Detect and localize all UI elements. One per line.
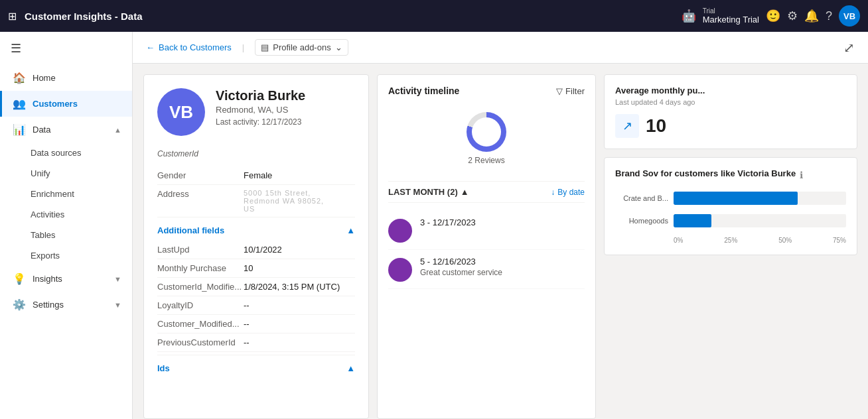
bell-icon[interactable]: 🔔: [804, 9, 819, 23]
sidebar: ☰ 🏠 Home 👥 Customers 📊 Data ▲ Data sourc…: [0, 32, 133, 419]
field-key: Monthly Purchase: [157, 263, 244, 273]
timeline-item-1: 3 - 12/17/2023: [388, 211, 585, 250]
sidebar-item-settings[interactable]: ⚙️ Settings ▼: [0, 292, 132, 318]
profile-info: Victoria Burke Redmond, WA, US Last acti…: [216, 88, 305, 127]
profile-row-address: Address 5000 15th Street,Redmond WA 9805…: [157, 185, 355, 217]
additional-field-loyaltyid: LoyaltyID --: [157, 296, 355, 315]
timeline-period-button[interactable]: LAST MONTH (2) ▲: [388, 187, 469, 197]
ids-toggle[interactable]: Ids ▲: [157, 355, 355, 379]
chevron-up-icon: ▲: [114, 126, 121, 134]
sidebar-item-label: Settings: [33, 300, 64, 310]
sidebar-item-label: Data: [33, 125, 50, 135]
expand-icon[interactable]: ⤢: [843, 40, 855, 56]
axis-label-25: 25%: [724, 237, 737, 244]
sidebar-item-enrichment[interactable]: Enrichment: [0, 184, 132, 204]
sort-icon: ↓: [551, 188, 555, 197]
insights-icon: 💡: [13, 272, 26, 285]
profile-addons-button[interactable]: ▤ Profile add-ons ⌄: [255, 39, 348, 56]
main-panels: VB Victoria Burke Redmond, WA, US Last a…: [133, 64, 868, 419]
copilot-icon[interactable]: 🤖: [682, 9, 696, 23]
profile-icon: ▤: [261, 42, 269, 52]
timeline-sort-button[interactable]: ↓ By date: [551, 188, 585, 197]
sidebar-item-exports[interactable]: Exports: [0, 245, 132, 266]
brand-title: Brand Sov for customers like Victoria Bu…: [615, 168, 796, 178]
grid-icon[interactable]: ⊞: [8, 10, 17, 23]
hamburger-icon[interactable]: ☰: [0, 32, 132, 65]
brand-bar-fill-1: [674, 192, 798, 205]
brand-row-1: Crate and B...: [615, 192, 846, 205]
field-key: PreviousCustomerId: [157, 337, 244, 347]
brand-sov-card: Brand Sov for customers like Victoria Bu…: [604, 157, 857, 255]
field-val: --: [244, 300, 355, 310]
settings-icon[interactable]: ⚙: [787, 9, 798, 23]
customers-icon: 👥: [13, 97, 26, 110]
brand-bar-track-2: [674, 214, 846, 227]
additional-field-customerid-modified: CustomerId_Modifie... 1/8/2024, 3:15 PM …: [157, 278, 355, 296]
activity-summary: 2 Reviews: [388, 104, 585, 173]
additional-fields-toggle[interactable]: Additional fields ▲: [157, 217, 355, 241]
chevron-down-icon: ▼: [114, 275, 121, 283]
profile-addons-label: Profile add-ons: [273, 42, 330, 52]
axis-label-50: 50%: [778, 237, 792, 244]
chevron-down-icon: ▼: [114, 301, 121, 309]
sidebar-item-unify[interactable]: Unify: [0, 163, 132, 184]
home-icon: 🏠: [13, 72, 26, 84]
gear-icon: ⚙️: [13, 298, 26, 311]
sidebar-item-label: Customers: [33, 99, 78, 109]
sidebar-item-tables[interactable]: Tables: [0, 225, 132, 245]
sidebar-sub-data: Data sources Unify Enrichment Activities…: [0, 143, 132, 266]
sidebar-item-label: Home: [33, 73, 56, 83]
field-val: --: [244, 337, 355, 347]
brand-bar-track-1: [674, 192, 846, 205]
period-label: LAST MONTH (2): [388, 187, 458, 197]
sidebar-item-data[interactable]: 📊 Data ▲: [0, 117, 132, 143]
filter-button[interactable]: ▽ Filter: [556, 86, 585, 96]
brand-axis: 0% 25% 50% 75%: [615, 237, 846, 244]
sidebar-item-insights[interactable]: 💡 Insights ▼: [0, 266, 132, 292]
additional-fields-label: Additional fields: [157, 225, 224, 235]
timeline-dot: [388, 219, 412, 243]
metric-card: Average monthly pu... Last updated 4 day…: [604, 74, 857, 149]
field-val-address: 5000 15th Street,Redmond WA 98052,US: [244, 189, 355, 213]
activity-donut-chart: [467, 112, 506, 152]
help-icon[interactable]: ?: [826, 9, 832, 23]
activity-panel: Activity timeline ▽ Filter 2 Reviews LAS…: [377, 74, 596, 419]
profile-location: Redmond, WA, US: [216, 105, 305, 115]
trial-label: Trial: [703, 7, 715, 15]
trial-badge: Trial Marketing Trial: [703, 7, 759, 25]
app-title: Customer Insights - Data: [25, 11, 674, 22]
axis-label-0: 0%: [674, 237, 683, 244]
additional-fields-list: LastUpd 10/1/2022 Monthly Purchase 10 Cu…: [157, 241, 355, 352]
metric-title: Average monthly pu...: [615, 86, 846, 95]
user-avatar[interactable]: VB: [839, 5, 860, 27]
main-layout: ☰ 🏠 Home 👥 Customers 📊 Data ▲ Data sourc…: [0, 32, 868, 419]
sidebar-item-home[interactable]: 🏠 Home: [0, 65, 132, 91]
trend-up-icon: ↗: [615, 114, 639, 138]
profile-row-gender: Gender Female: [157, 166, 355, 185]
back-to-customers-button[interactable]: ← Back to Customers: [146, 42, 232, 52]
info-icon[interactable]: ℹ: [800, 170, 803, 180]
timeline-content: 5 - 12/16/2023 Great customer service: [420, 257, 585, 282]
chevron-up-icon: ▲: [346, 225, 355, 235]
timeline-item-2: 5 - 12/16/2023 Great customer service: [388, 250, 585, 289]
topnav: ⊞ Customer Insights - Data 🤖 Trial Marke…: [0, 0, 868, 32]
filter-icon: ▽: [556, 86, 563, 96]
profile-name: Victoria Burke: [216, 88, 305, 103]
additional-field-lastupd: LastUpd 10/1/2022: [157, 241, 355, 259]
sidebar-item-data-sources[interactable]: Data sources: [0, 143, 132, 163]
customer-id-label: CustomerId: [157, 149, 355, 158]
timeline-dot: [388, 258, 412, 282]
sidebar-item-activities[interactable]: Activities: [0, 204, 132, 225]
field-key: LoyaltyID: [157, 300, 244, 310]
timeline-filter-row: LAST MONTH (2) ▲ ↓ By date: [388, 181, 585, 203]
brand-row-2: Homegoods: [615, 214, 846, 227]
field-val: --: [244, 319, 355, 329]
chevron-up-icon: ▲: [346, 363, 355, 373]
avatar-initials: VB: [169, 102, 193, 123]
timeline-title: 3 - 12/17/2023: [420, 217, 585, 227]
chevron-down-icon: ⌄: [335, 42, 342, 52]
sidebar-item-customers[interactable]: 👥 Customers: [0, 91, 132, 117]
additional-field-customer-modified: Customer_Modified... --: [157, 315, 355, 333]
ids-label: Ids: [157, 363, 170, 373]
smiley-icon[interactable]: 🙂: [766, 9, 780, 23]
